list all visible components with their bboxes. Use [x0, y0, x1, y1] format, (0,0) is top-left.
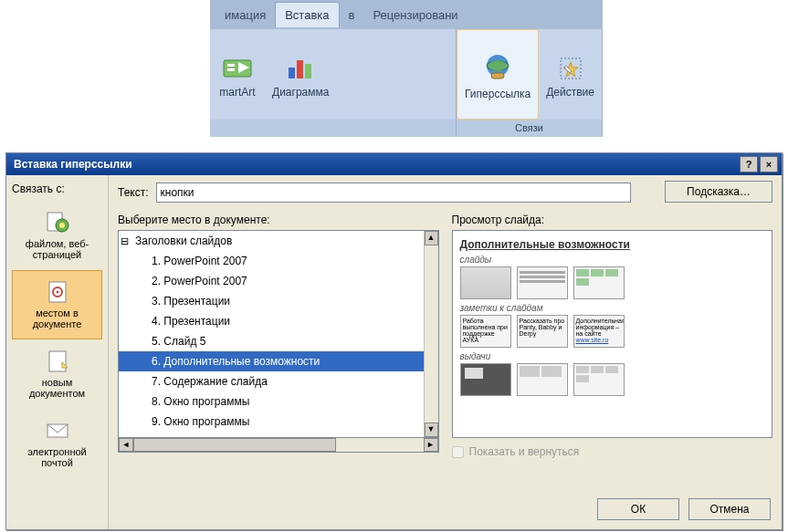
preview-thumb	[517, 266, 568, 299]
preview-thumb	[460, 266, 511, 299]
document-tree[interactable]: Заголовки слайдов 1. PowerPoint 2007 2. …	[118, 230, 439, 438]
tree-item[interactable]: 5. Слайд 5	[119, 331, 424, 351]
ribbon-tab-animation[interactable]: имация	[215, 3, 275, 27]
preview-slide-title: Дополнительные возможности	[460, 238, 765, 251]
svg-rect-10	[491, 73, 504, 78]
preview-handout-thumb	[460, 363, 511, 396]
show-and-return-checkbox	[452, 446, 464, 458]
cancel-button[interactable]: Отмена	[688, 498, 771, 520]
ribbon-tab-insert[interactable]: Вставка	[275, 2, 339, 27]
preview-link: www.site.ru	[576, 337, 609, 343]
screentip-button[interactable]: Подсказка…	[665, 181, 772, 203]
tree-hscrollbar[interactable]: ◄ ►	[118, 438, 439, 453]
side-item-place-in-doc[interactable]: местом в документе	[12, 270, 102, 339]
tree-item-selected[interactable]: 6. Дополнительные возможности	[119, 351, 424, 371]
svg-point-19	[56, 291, 58, 294]
svg-rect-5	[289, 68, 295, 78]
tree-item[interactable]: 2. PowerPoint 2007	[119, 271, 424, 291]
side-item-new-doc[interactable]: новым документом	[12, 339, 102, 409]
side-place-label: местом в документе	[16, 308, 98, 329]
close-button[interactable]: ×	[760, 156, 778, 172]
new-doc-icon	[44, 349, 71, 373]
ribbon-fragment: имация Вставка в Рецензировани martArt Д…	[210, 0, 603, 137]
diagram-label: Диаграмма	[272, 86, 329, 99]
ribbon-tab-v[interactable]: в	[340, 3, 364, 27]
preview-note-thumb: Дополнительная информация – на сайте www…	[573, 315, 625, 348]
ribbon-btn-smartart[interactable]: martArt	[210, 29, 265, 120]
text-to-display-input[interactable]	[156, 183, 631, 203]
link-to-sidebar: Связать с: файлом, веб-страницей местом …	[6, 175, 109, 529]
select-place-label: Выберите место в документе:	[118, 214, 439, 226]
action-star-icon	[555, 55, 586, 82]
insert-hyperlink-dialog: Вставка гиперссылки ? × Связать с: файло…	[5, 152, 783, 530]
svg-rect-20	[49, 351, 66, 371]
tree-item[interactable]: 9. Окно программы	[119, 412, 424, 432]
ribbon-group-links: Гиперссылка Действие Связи	[457, 29, 603, 137]
side-email-label: электронной почтой	[16, 446, 98, 468]
svg-rect-3	[227, 68, 235, 71]
side-file-label: файлом, веб-страницей	[16, 238, 98, 260]
link-to-label: Связать с:	[12, 183, 102, 195]
side-item-file-web[interactable]: файлом, веб-страницей	[12, 201, 102, 270]
scroll-up-icon[interactable]: ▲	[425, 231, 438, 245]
scroll-left-icon[interactable]: ◄	[119, 438, 133, 452]
preview-section-handouts: выдачи	[460, 351, 765, 361]
slide-preview-label: Просмотр слайда:	[452, 214, 773, 226]
svg-point-16	[59, 223, 65, 228]
tree-item[interactable]: 1. PowerPoint 2007	[119, 251, 424, 271]
dialog-title: Вставка гиперссылки	[14, 158, 132, 171]
tree-item[interactable]: 4. Презентации	[119, 311, 424, 331]
preview-thumb	[573, 266, 625, 299]
hyperlink-label: Гиперссылка	[465, 88, 531, 100]
dialog-titlebar: Вставка гиперссылки ? ×	[6, 153, 782, 175]
hscroll-thumb[interactable]	[133, 438, 336, 452]
group-label-links: Связи	[457, 120, 602, 137]
ribbon-btn-hyperlink[interactable]: Гиперссылка	[457, 29, 539, 120]
text-to-display-label: Текст:	[118, 186, 149, 199]
chart-icon	[285, 55, 316, 82]
group-label-illustrations	[210, 120, 456, 137]
preview-handout-thumb	[573, 363, 625, 396]
preview-handout-thumb	[517, 363, 568, 396]
slide-preview: Дополнительные возможности слайды заметк…	[452, 230, 773, 438]
preview-section-notes: заметки к слайдам	[460, 303, 765, 313]
ribbon-btn-action[interactable]: Действие	[539, 29, 602, 120]
file-web-icon	[44, 211, 71, 235]
side-newdoc-label: новым документом	[16, 377, 98, 399]
smartart-icon	[222, 55, 253, 82]
help-button[interactable]: ?	[740, 156, 758, 172]
preview-section-slides: слайды	[460, 255, 765, 265]
preview-note-thumb: Рассказать про Panty, Babby и Derpy	[517, 315, 568, 348]
tree-item[interactable]: 3. Презентации	[119, 291, 424, 311]
smartart-label: martArt	[219, 86, 255, 99]
ok-button[interactable]: ОК	[597, 498, 679, 520]
svg-rect-7	[305, 64, 311, 78]
action-label: Действие	[546, 86, 594, 99]
side-item-email[interactable]: электронной почтой	[12, 409, 102, 478]
show-and-return-label: Показать и вернуться	[469, 445, 580, 458]
email-icon	[44, 419, 71, 443]
svg-rect-2	[227, 64, 235, 67]
preview-note-thumb: Работа выполнена при поддержке АУКА	[460, 315, 511, 348]
tree-item[interactable]: 7. Содержание слайда	[119, 371, 424, 391]
tree-item[interactable]: 8. Окно программы	[119, 391, 424, 412]
ribbon-tab-review[interactable]: Рецензировани	[363, 3, 467, 27]
ribbon-btn-diagram[interactable]: Диаграмма	[265, 29, 336, 120]
globe-link-icon	[482, 53, 513, 84]
ribbon-group-illustrations: martArt Диаграмма	[210, 29, 457, 137]
svg-rect-6	[297, 60, 303, 78]
scroll-right-icon[interactable]: ►	[424, 438, 438, 452]
tree-root-slide-titles[interactable]: Заголовки слайдов	[119, 231, 424, 251]
place-in-doc-icon	[44, 280, 71, 304]
scroll-down-icon[interactable]: ▼	[425, 422, 438, 437]
tree-vscrollbar[interactable]: ▲ ▼	[424, 231, 438, 437]
tree-item[interactable]: 10. Окно программы	[119, 432, 424, 437]
